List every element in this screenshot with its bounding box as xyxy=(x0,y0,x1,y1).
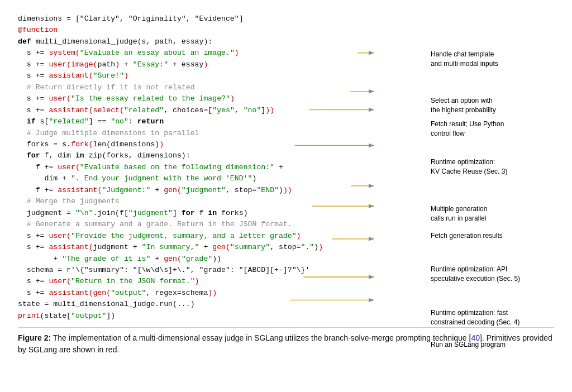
code-line-24: s += user("Return in the JSON format.") xyxy=(18,276,387,287)
code-line-23: schema = r'\{"summary": "[\w\d\s]+\.", "… xyxy=(18,265,387,276)
annotation-9: Run an SGLang program xyxy=(431,340,545,350)
code-line-21: s += assistant(judgment + "In summary," … xyxy=(18,242,387,253)
code-line-12: forks = s.fork(len(dimensions)) xyxy=(18,139,387,150)
code-line-27: print(state["output"]) xyxy=(18,310,387,322)
code-line-22: + "The grade of it is" + gen("grade")) xyxy=(18,254,387,265)
code-line-7: # Return directly if it is not related xyxy=(18,82,387,93)
code-line-20: s += user("Provide the judgment, summary… xyxy=(18,231,387,242)
annotation-4: Runtime optimization:KV Cache Reuse (Sec… xyxy=(431,157,545,176)
code-line-11: # Judge multiple dimensions in parallel xyxy=(18,128,387,139)
code-line-9: s += assistant(select("related", choices… xyxy=(18,105,387,116)
annotation-2: Select an option withthe highest probabi… xyxy=(431,96,545,115)
annotation-1: Handle chat templateand multi-modal inpu… xyxy=(431,50,545,69)
code-line-17: # Merge the judgments xyxy=(18,196,387,207)
code-line-26: state = multi_dimensional_judge.run(...) xyxy=(18,299,387,310)
code-line-14: f += user("Evaluate based on the followi… xyxy=(18,162,387,173)
code-line-2: @function xyxy=(18,25,387,36)
annotation-7: Runtime optimization: APIspeculative exe… xyxy=(431,265,545,284)
code-line-8: s += user("Is the essay related to the i… xyxy=(18,93,387,104)
code-line-18: judgment = "\n".join(f["judgment"] for f… xyxy=(18,208,387,219)
code-line-5: s += user(image(path) + "Essay:" + essay… xyxy=(18,59,387,70)
code-line-25: s += assistant(gen("output", regex=schem… xyxy=(18,288,387,299)
code-line-13: for f, dim in zip(forks, dimensions): xyxy=(18,150,387,161)
code-line-6: s += assistant("Sure!") xyxy=(18,70,387,82)
code-line-10: if s["related"] == "no": return xyxy=(18,116,387,127)
code-line-3: def multi_dimensional_judge(s, path, ess… xyxy=(18,36,387,47)
code-line-4: s += system("Evaluate an essay about an … xyxy=(18,47,387,59)
code-line-15: dim + ". End your judgment with the word… xyxy=(18,173,387,184)
annotation-8: Runtime optimization: fastconstrained de… xyxy=(431,308,545,327)
main-container: dimensions = ["Clarity", "Originality", … xyxy=(0,0,572,367)
annotation-3: Fetch result; Use Pythoncontrol flow xyxy=(431,119,545,138)
code-line-16: f += assistant("Judgment:" + gen("judgme… xyxy=(18,185,387,196)
code-block: dimensions = ["Clarity", "Originality", … xyxy=(18,13,387,322)
code-line-19: # Generate a summary and a grade. Return… xyxy=(18,219,387,230)
annotation-6: Fetch generation results xyxy=(431,231,545,241)
annotation-5: Multiple generationcalls run in parallel xyxy=(431,204,545,223)
code-line-1: dimensions = ["Clarity", "Originality", … xyxy=(18,13,387,25)
code-lines: dimensions = ["Clarity", "Originality", … xyxy=(18,13,387,322)
caption-label: Figure 2: xyxy=(18,333,51,342)
code-area: dimensions = ["Clarity", "Originality", … xyxy=(18,13,554,322)
